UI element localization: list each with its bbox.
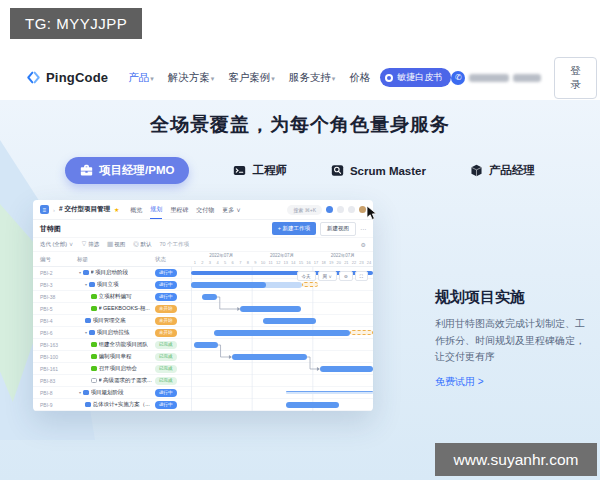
- gantt-bar[interactable]: [240, 306, 301, 312]
- search-input[interactable]: 搜索 ⌘+K: [287, 205, 322, 215]
- gantt-row: [191, 291, 373, 303]
- chevron-down-icon[interactable]: ▾: [79, 390, 81, 395]
- row-title: 项目管理交底: [93, 317, 126, 324]
- row-title-cell: ▾项目启动拉练: [77, 329, 155, 336]
- gantt-row: [191, 327, 373, 339]
- status-badge[interactable]: 已完成: [155, 365, 177, 373]
- work-item-type-icon: [91, 366, 97, 372]
- status-badge[interactable]: 已完成: [155, 353, 177, 361]
- pingcode-logo[interactable]: PingCode: [26, 70, 108, 85]
- gantt-bar-overdue[interactable]: [350, 330, 373, 335]
- gantt-bar[interactable]: [194, 342, 218, 348]
- table-row[interactable]: PBI-9总体设计+实施方案（...进行中: [33, 399, 373, 411]
- tg-overlay-banner: TG: MYYJJPP: [10, 8, 142, 39]
- help-icon[interactable]: [326, 206, 333, 213]
- chevron-down-icon[interactable]: ▾: [85, 330, 87, 335]
- row-id: PBI-6: [33, 330, 77, 336]
- role-tab-产品经理[interactable]: 产品经理: [470, 163, 535, 178]
- status-badge[interactable]: 进行中: [155, 401, 177, 409]
- role-tab-工程师[interactable]: 工程师: [233, 163, 287, 178]
- gantt-bar[interactable]: [202, 294, 217, 300]
- filter-item[interactable]: 迭代 (全部) ∨: [40, 241, 73, 248]
- bell-icon[interactable]: [348, 206, 355, 213]
- gantt-bar[interactable]: [214, 330, 351, 336]
- filter-item[interactable]: ▦ 视图: [107, 241, 125, 248]
- phone-icon: ✆: [451, 71, 465, 85]
- app-tab-更多[interactable]: 更多 ∨: [222, 201, 241, 219]
- status-badge[interactable]: 未开始: [155, 317, 177, 325]
- nav-item-产品[interactable]: 产品▾: [128, 71, 154, 85]
- app-tab-里程碑[interactable]: 里程碑: [170, 201, 188, 219]
- status-badge[interactable]: 进行中: [155, 281, 177, 289]
- row-title-cell: ▾项目规划阶段: [77, 389, 155, 396]
- app-tab-概览[interactable]: 概览: [130, 201, 142, 219]
- table-row[interactable]: PBI-100编制项目章程已完成: [33, 351, 373, 363]
- gantt-bar[interactable]: [263, 318, 316, 324]
- gantt-bar[interactable]: [320, 366, 373, 372]
- role-tab-项目经理/PMO[interactable]: 项目经理/PMO: [65, 157, 189, 184]
- toolbar-actions: + 新建工作项 新建视图 ⋯: [272, 222, 366, 236]
- gantt-bar[interactable]: [232, 354, 307, 360]
- status-badge[interactable]: 未开始: [155, 329, 177, 337]
- app-tab-规划[interactable]: 规划: [150, 200, 162, 219]
- project-title[interactable]: # 交付型项目管理: [59, 205, 110, 214]
- status-badge[interactable]: 进行中: [155, 293, 177, 301]
- status-badge[interactable]: 未开始: [155, 305, 177, 313]
- more-icon[interactable]: ⋯: [360, 225, 366, 232]
- table-row[interactable]: PBI-83# 高级需求的子需求...已完成: [33, 375, 373, 387]
- gantt-bar[interactable]: [286, 402, 339, 408]
- chevron-down-icon[interactable]: ▾: [79, 270, 81, 275]
- gantt-month-label: 2022年07月: [191, 252, 252, 259]
- whitepaper-badge-label: 敏捷白皮书: [397, 71, 442, 84]
- new-view-button[interactable]: 新建视图: [320, 222, 356, 236]
- status-badge[interactable]: 进行中: [155, 389, 177, 397]
- settings-icon[interactable]: [337, 206, 344, 213]
- row-title-cell: 立项材料编写: [77, 293, 155, 300]
- filter-item[interactable]: ◎ 默认: [133, 241, 151, 248]
- table-row[interactable]: PBI-161召开项目启动会已完成: [33, 363, 373, 375]
- site-url-banner: www.suyanhr.com: [435, 443, 597, 476]
- app-tab-交付物[interactable]: 交付物: [196, 201, 214, 219]
- whitepaper-badge[interactable]: 敏捷白皮书: [380, 68, 451, 87]
- column-header-title[interactable]: 标题: [77, 252, 155, 266]
- role-tab-Scrum Master[interactable]: Scrum Master: [331, 164, 426, 177]
- gantt-control-今天[interactable]: 今天: [297, 271, 316, 281]
- project-icon[interactable]: ≡: [40, 205, 49, 214]
- row-title-cell: ▾# 项目启动阶段: [77, 269, 155, 276]
- row-id: PBI-161: [33, 366, 77, 372]
- table-row[interactable]: PBI-8▾项目规划阶段进行中: [33, 387, 373, 399]
- new-work-item-button[interactable]: + 新建工作项: [272, 222, 316, 235]
- column-header-status[interactable]: 状态: [155, 252, 191, 266]
- gantt-bar-overdue[interactable]: [302, 282, 317, 287]
- gantt-bar-progress[interactable]: [191, 282, 266, 288]
- free-trial-link[interactable]: 免费试用 >: [435, 375, 484, 389]
- table-row[interactable]: PBI-163组建全功能项目团队已完成: [33, 339, 373, 351]
- gantt-summary-progress[interactable]: [286, 391, 373, 394]
- nav-item-客户案例[interactable]: 客户案例▾: [228, 71, 275, 85]
- gantt-control-周[interactable]: 周 ∨: [318, 271, 338, 281]
- gantt-header: 2022年07月2022年07月2022年07月 123456789101112…: [191, 252, 373, 266]
- work-item-type-icon: [91, 378, 97, 384]
- status-badge[interactable]: 已完成: [155, 377, 177, 385]
- filter-item[interactable]: ▽ 筛选: [81, 241, 99, 248]
- star-icon[interactable]: ★: [114, 206, 119, 213]
- view-name: 甘特图: [40, 224, 61, 234]
- avatar[interactable]: [359, 206, 366, 213]
- mouse-cursor: [366, 205, 378, 221]
- nav-item-解决方案[interactable]: 解决方案▾: [168, 71, 215, 85]
- row-title: 组建全功能项目团队: [99, 341, 149, 348]
- status-badge[interactable]: 进行中: [155, 269, 177, 277]
- nav-item-价格[interactable]: 价格: [349, 71, 370, 85]
- nav-item-服务支持[interactable]: 服务支持▾: [289, 71, 336, 85]
- column-header-id[interactable]: 编号: [33, 252, 77, 266]
- table-row[interactable]: PBI-4项目管理交底未开始: [33, 315, 373, 327]
- login-button[interactable]: 登录: [554, 57, 597, 99]
- table-row[interactable]: PBI-6▾项目启动拉练未开始: [33, 327, 373, 339]
- table-row[interactable]: PBI-38立项材料编写进行中: [33, 291, 373, 303]
- table-row[interactable]: PBI-5# GEEKBOOKS-相...未开始: [33, 303, 373, 315]
- status-badge[interactable]: 已完成: [155, 341, 177, 349]
- chevron-down-icon[interactable]: ▾: [85, 282, 87, 287]
- gear-icon[interactable]: ⚙: [361, 241, 366, 248]
- fullscreen-icon[interactable]: ⛶: [355, 271, 368, 281]
- zoom-out-icon[interactable]: ⊖: [339, 271, 353, 281]
